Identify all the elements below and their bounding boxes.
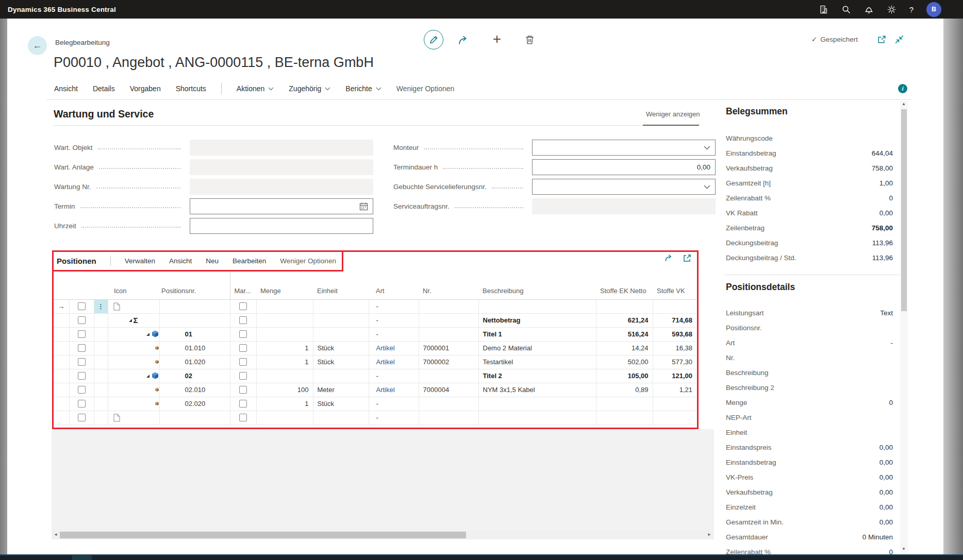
mar-checkbox[interactable] <box>239 358 247 366</box>
positions-menu-bearbeiten[interactable]: Bearbeiten <box>233 257 266 265</box>
menu-shortcuts[interactable]: Shortcuts <box>176 84 206 93</box>
cell-menge[interactable] <box>256 327 313 341</box>
back-button[interactable]: ← <box>28 36 47 55</box>
share-button[interactable] <box>457 33 470 47</box>
uhrzeit-field[interactable] <box>190 218 373 234</box>
settings-gear-icon[interactable] <box>887 5 896 14</box>
cell-ek[interactable]: 621,24 <box>596 313 653 327</box>
environment-icon[interactable] <box>819 5 828 14</box>
open-in-excel-button[interactable] <box>682 253 692 263</box>
mar-checkbox[interactable] <box>239 316 247 324</box>
cell-nr[interactable]: 7000002 <box>419 355 478 369</box>
cell-menge[interactable] <box>256 411 313 425</box>
col-header-stoffe-vk[interactable]: Stoffe VK <box>653 273 696 299</box>
cell-ek[interactable]: 105,00 <box>596 369 653 383</box>
menu-zugehoerig[interactable]: Zugehörig <box>289 84 330 93</box>
cell-menge[interactable]: 1 <box>256 355 313 369</box>
cell-posnr[interactable] <box>159 411 230 425</box>
cell-art[interactable]: Artikel <box>369 355 419 369</box>
horizontal-scrollbar-thumb[interactable] <box>60 532 466 538</box>
scroll-up-arrow[interactable]: ▲ <box>902 102 906 106</box>
cell-menge[interactable] <box>256 313 313 327</box>
row-select-checkbox[interactable] <box>78 400 86 408</box>
mar-checkbox[interactable] <box>239 400 247 408</box>
cell-ek[interactable]: 502,00 <box>596 355 653 369</box>
mar-checkbox[interactable] <box>239 302 247 310</box>
positions-menu-verwalten[interactable]: Verwalten <box>125 257 155 265</box>
col-header-positionsnr[interactable]: Positionsnr. <box>159 273 230 299</box>
cell-ek[interactable]: 0,89 <box>596 383 653 397</box>
cell-nr[interactable] <box>419 369 478 383</box>
cell-einheit[interactable] <box>313 327 369 341</box>
gebuchte-servicelieferungsnr-dropdown[interactable] <box>532 179 716 195</box>
cell-posnr[interactable] <box>159 299 230 313</box>
positions-menu-neu[interactable]: Neu <box>206 257 219 265</box>
cell-nr[interactable]: 7000004 <box>419 383 478 397</box>
cell-beschreibung[interactable] <box>478 299 596 313</box>
cell-art[interactable]: - <box>369 397 419 411</box>
cell-art[interactable]: - <box>369 299 419 313</box>
cell-beschreibung[interactable]: Testartikel <box>478 355 596 369</box>
mar-checkbox[interactable] <box>239 414 247 421</box>
col-header-mar[interactable]: Mar... <box>230 273 256 299</box>
row-select-checkbox[interactable] <box>78 386 86 394</box>
monteur-dropdown[interactable] <box>532 140 716 156</box>
cell-vk[interactable]: 121,00 <box>653 369 696 383</box>
cell-ek[interactable] <box>596 299 653 313</box>
cell-posnr[interactable] <box>159 313 230 327</box>
cell-ek[interactable] <box>596 411 653 425</box>
menu-details[interactable]: Details <box>93 84 115 93</box>
calendar-icon[interactable] <box>359 202 368 211</box>
termindauer-field[interactable]: 0,00 <box>532 159 716 175</box>
menu-weniger-optionen[interactable]: Weniger Optionen <box>396 84 455 93</box>
info-icon[interactable]: i <box>898 84 907 93</box>
row-select-checkbox[interactable] <box>78 302 86 310</box>
menu-aktionen[interactable]: Aktionen <box>237 84 274 93</box>
cell-posnr[interactable]: 02 <box>159 369 230 383</box>
row-select-checkbox[interactable] <box>78 330 86 338</box>
cell-posnr[interactable]: 02.020 <box>159 397 230 411</box>
row-select-checkbox[interactable] <box>78 414 86 421</box>
share-list-button[interactable] <box>664 253 674 263</box>
cell-einheit[interactable] <box>313 299 369 313</box>
cell-nr[interactable] <box>419 397 478 411</box>
scroll-left-arrow[interactable]: ◄ <box>54 533 58 537</box>
col-header-beschreibung[interactable]: Beschreibung <box>478 273 596 299</box>
col-header-nr[interactable]: Nr. <box>419 273 478 299</box>
termin-date-field[interactable] <box>190 198 373 214</box>
show-less-link[interactable]: Weniger anzeigen <box>646 110 700 118</box>
search-icon[interactable] <box>841 5 851 14</box>
cell-nr[interactable] <box>419 299 478 313</box>
vertical-scrollbar-thumb[interactable] <box>901 109 907 311</box>
cell-nr[interactable] <box>419 411 478 425</box>
col-header-stoffe-ek-netto[interactable]: Stoffe EK Netto <box>596 273 653 299</box>
col-header-menge[interactable]: Menge <box>256 273 313 299</box>
cell-einheit[interactable] <box>313 313 369 327</box>
menu-ansicht[interactable]: Ansicht <box>54 84 78 93</box>
cell-menge[interactable]: 1 <box>256 397 313 411</box>
scroll-right-arrow[interactable]: ► <box>707 533 711 537</box>
row-menu-button[interactable]: ⋮ <box>94 300 108 313</box>
menu-vorgaben[interactable]: Vorgaben <box>130 84 161 93</box>
cell-beschreibung[interactable]: Demo 2 Material <box>478 341 596 355</box>
cell-vk[interactable] <box>653 411 696 425</box>
expand-triangle-icon[interactable] <box>146 375 150 378</box>
row-select-checkbox[interactable] <box>78 372 86 380</box>
positions-menu-ansicht[interactable]: Ansicht <box>169 257 192 265</box>
cell-vk[interactable] <box>653 397 696 411</box>
cell-nr[interactable]: 7000001 <box>419 341 478 355</box>
cell-nr[interactable] <box>419 327 478 341</box>
cell-einheit[interactable]: Stück <box>313 397 369 411</box>
cell-art[interactable]: - <box>369 411 419 425</box>
cell-beschreibung[interactable]: Nettobetrag <box>478 313 596 327</box>
row-select-checkbox[interactable] <box>78 358 86 366</box>
cell-einheit[interactable]: Stück <box>313 355 369 369</box>
cell-posnr[interactable]: 01.020 <box>159 355 230 369</box>
cell-vk[interactable]: 714,68 <box>653 313 696 327</box>
cell-nr[interactable] <box>419 313 478 327</box>
cell-vk[interactable]: 16,38 <box>653 341 696 355</box>
col-header-icon[interactable]: Icon <box>108 273 159 299</box>
cell-beschreibung[interactable]: NYM 3x1,5 Kabel <box>478 383 596 397</box>
cell-ek[interactable] <box>596 397 653 411</box>
delete-button[interactable] <box>523 33 536 46</box>
